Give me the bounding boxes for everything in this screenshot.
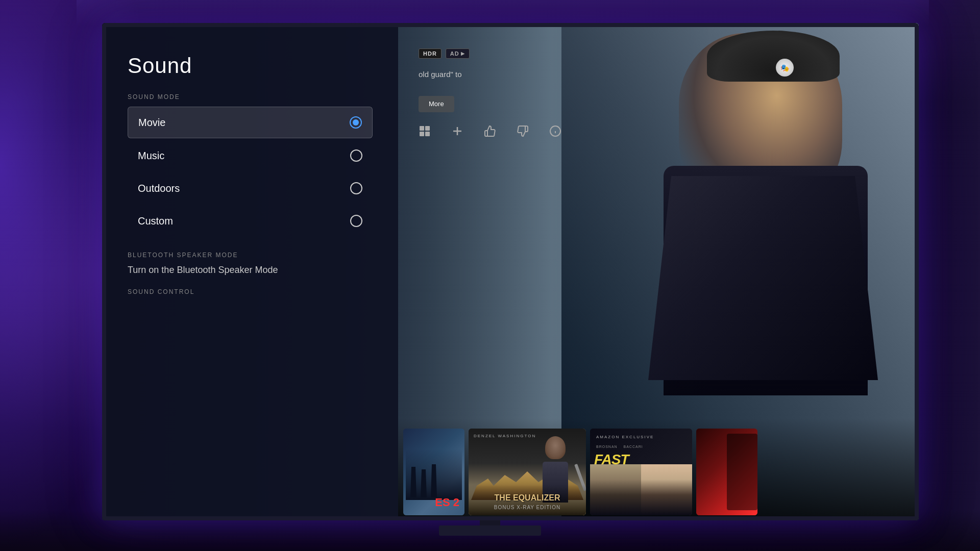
fc-actor2-name: BACCARI xyxy=(624,445,643,448)
thumbnail-es2[interactable]: ES 2 xyxy=(403,429,464,515)
fc-actor2-face xyxy=(641,464,692,515)
svg-rect-1 xyxy=(425,126,430,131)
thumbs-down-icon[interactable] xyxy=(517,125,529,137)
hdr-badge: HDR xyxy=(419,48,442,59)
bluetooth-section-label: BLUETOOTH SPEAKER MODE xyxy=(128,252,373,259)
tv-screen: 🎭 Sound SOUND MODE Movie Music Outdoors xyxy=(102,23,919,520)
thumbnail-fast-charlie[interactable]: AMAZON EXCLUSIVE BROSNAN BACCARI FASTCHA… xyxy=(590,429,692,515)
fc-actors xyxy=(590,464,692,515)
radio-outdoors xyxy=(350,182,362,194)
ceiling-reflection xyxy=(77,0,929,26)
sound-control-section: SOUND CONTROL xyxy=(128,288,373,295)
more-button[interactable]: More xyxy=(419,96,454,112)
radio-inner-movie xyxy=(353,119,359,126)
content-tags: HDR AD ▶ xyxy=(419,48,470,59)
fc-exclusive-label: AMAZON EXCLUSIVE xyxy=(596,435,686,439)
radio-music xyxy=(350,149,362,162)
fc-actor1-name: BROSNAN xyxy=(596,445,618,448)
radio-movie xyxy=(350,116,362,129)
sound-panel: Sound SOUND MODE Movie Music Outdoors Cu… xyxy=(102,23,398,520)
thumbnail-equalizer[interactable]: DENZEL WASHINGTON THE EQUALIZER BONUS X-… xyxy=(469,429,586,515)
sound-control-label: SOUND CONTROL xyxy=(128,288,373,295)
sound-mode-label: SOUND MODE xyxy=(128,93,373,101)
svg-rect-3 xyxy=(425,132,430,136)
sound-panel-title: Sound xyxy=(128,54,373,78)
es2-title: ES 2 xyxy=(435,496,459,509)
sound-mode-music[interactable]: Music xyxy=(128,140,373,171)
bluetooth-section: BLUETOOTH SPEAKER MODE Turn on the Bluet… xyxy=(128,252,373,276)
thumbnails-row: ES 2 xyxy=(398,418,919,520)
info-icon[interactable] xyxy=(549,125,561,137)
svg-rect-0 xyxy=(420,126,424,131)
content-description: old guard" to More xyxy=(419,69,817,112)
radio-custom xyxy=(350,215,362,227)
denzel-name: DENZEL WASHINGTON xyxy=(474,434,536,438)
action-icons-row xyxy=(419,125,561,137)
thumbnail-red-partial[interactable] xyxy=(696,429,757,515)
eq-subtitle: BONUS X-RAY EDITION xyxy=(471,505,583,510)
sound-mode-movie[interactable]: Movie xyxy=(128,107,373,138)
fc-actor1-face xyxy=(590,464,641,515)
sound-mode-custom[interactable]: Custom xyxy=(128,206,373,236)
play-action-icon[interactable] xyxy=(419,125,431,137)
ad-badge: AD ▶ xyxy=(446,48,470,59)
eq-title: THE EQUALIZER xyxy=(471,493,583,503)
bluetooth-toggle-label[interactable]: Turn on the Bluetooth Speaker Mode xyxy=(128,265,373,276)
wall-right xyxy=(914,0,980,551)
thumbs-up-icon[interactable] xyxy=(484,125,496,137)
tv-stand xyxy=(439,525,541,536)
sound-mode-outdoors[interactable]: Outdoors xyxy=(128,173,373,204)
streaming-ui: HDR AD ▶ old guard" to More xyxy=(398,23,919,520)
add-action-icon[interactable] xyxy=(451,125,463,137)
svg-rect-2 xyxy=(420,132,424,136)
